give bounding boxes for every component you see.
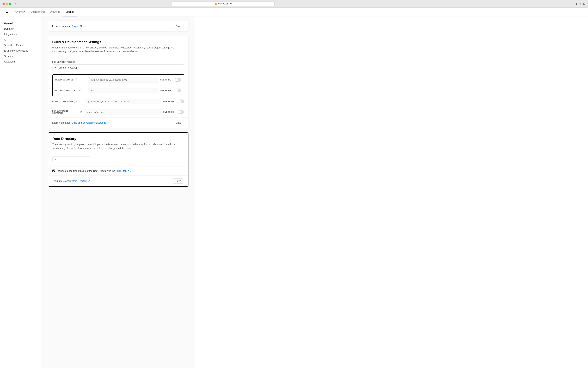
build-toggle-knob <box>175 78 178 81</box>
root-dir-learn-more-text: Learn more about Root Directory ↗ <box>52 180 90 182</box>
install-override-label: OVERRIDE <box>163 100 174 102</box>
address-bar[interactable]: 🔒 vercel.com ↻ <box>172 1 275 6</box>
sidebar-item-domains[interactable]: Domains <box>0 26 41 31</box>
build-learn-more-text: Learn more about Build and Development S… <box>52 121 109 124</box>
root-dir-header: Root Directory The directory within your… <box>48 133 188 166</box>
tab-settings[interactable]: Settings <box>63 8 77 17</box>
external-link-icon: ↗ <box>87 25 89 28</box>
tab-overview[interactable]: Overview <box>13 8 28 17</box>
development-toggle-knob <box>178 110 181 113</box>
development-command-help-icon[interactable]: ? <box>80 111 83 113</box>
sidebar-item-security[interactable]: Security <box>0 54 41 59</box>
top-nav-tabs: Overview Deployments Analytics Settings <box>13 8 77 17</box>
tab-deployments[interactable]: Deployments <box>28 8 48 17</box>
sidebar: General Domains Integrations Git Serverl… <box>0 17 41 368</box>
build-save-button[interactable]: Save <box>173 120 184 125</box>
share-icon[interactable]: ⬆ <box>576 2 578 5</box>
browser-chrome: ‹ › 🔒 vercel.com ↻ ⬆ + ⊞ <box>0 0 588 8</box>
sidebar-item-integrations[interactable]: Integrations <box>0 31 41 37</box>
main-content: Learn more about Project Name ↗ Save Bui… <box>41 17 195 368</box>
react-icon: ✦ <box>54 66 56 69</box>
install-command-label: INSTALL COMMAND ? <box>52 100 83 103</box>
browser-navigation: ‹ › <box>14 1 20 6</box>
url-text: vercel.com <box>218 2 229 5</box>
output-directory-help-icon[interactable]: ? <box>78 89 81 92</box>
install-toggle-knob <box>178 100 181 103</box>
include-source-files-label: Include source files outside of the Root… <box>57 169 131 173</box>
browser-dots <box>3 3 11 5</box>
project-name-link[interactable]: Project Name ↗ <box>72 25 89 28</box>
build-command-row: BUILD COMMAND ? OVERRIDE <box>53 75 184 85</box>
output-override-label: OVERRIDE <box>160 89 171 92</box>
sidebar-item-serverless-functions[interactable]: Serverless Functions <box>0 42 41 48</box>
project-name-card: Learn more about Project Name ↗ Save <box>48 20 188 32</box>
root-dir-title: Root Directory <box>52 137 184 141</box>
build-step-link[interactable]: Build Step ↗ <box>116 169 129 173</box>
minimize-dot[interactable] <box>6 3 8 5</box>
install-command-input[interactable] <box>85 99 161 104</box>
build-command-help-icon[interactable]: ? <box>75 78 77 81</box>
sidebar-item-advanced[interactable]: Advanced <box>0 59 41 64</box>
development-override-label: OVERRIDE <box>163 111 174 113</box>
install-command-row: INSTALL COMMAND ? OVERRIDE <box>48 96 188 107</box>
highlighted-commands-group: BUILD COMMAND ? OVERRIDE OUTPUT DIRECTOR… <box>52 74 184 96</box>
root-dir-checkbox-row: Include source files outside of the Root… <box>48 166 188 175</box>
output-directory-input[interactable] <box>88 88 158 93</box>
root-directory-card: Root Directory The directory within your… <box>48 132 188 187</box>
new-tab-icon[interactable]: + <box>580 2 581 5</box>
build-external-link-icon: ↗ <box>107 121 109 124</box>
root-directory-link[interactable]: Root Directory ↗ <box>72 180 90 182</box>
maximize-dot[interactable] <box>9 3 11 5</box>
install-override-toggle[interactable] <box>178 100 184 103</box>
development-command-label: DEVELOPMENT COMMAND ? <box>52 110 83 114</box>
project-name-save-button[interactable]: Save <box>173 24 184 29</box>
framework-preset-select[interactable]: Create React App <box>52 64 184 71</box>
build-settings-link[interactable]: Build and Development Settings ↗ <box>72 121 109 124</box>
development-command-row: DEVELOPMENT COMMAND ? OVERRIDE <box>48 107 188 117</box>
reload-icon[interactable]: ↻ <box>230 2 232 5</box>
build-card-footer: Learn more about Build and Development S… <box>48 117 188 128</box>
build-override-toggle[interactable] <box>175 78 181 82</box>
sidebar-item-git[interactable]: Git <box>0 37 41 42</box>
forward-button[interactable]: › <box>18 1 20 6</box>
framework-preset-section: FRAMEWORK PRESET ✦ Create React App ⌄ <box>48 61 188 74</box>
build-dev-settings-card: Build & Development Settings When using … <box>48 36 188 128</box>
build-override-label: OVERRIDE <box>160 79 171 81</box>
build-card-header: Build & Development Settings When using … <box>48 36 188 61</box>
build-command-input[interactable] <box>88 77 158 83</box>
install-command-help-icon[interactable]: ? <box>74 100 77 103</box>
root-dir-description: The directory within your project, in wh… <box>52 142 184 150</box>
root-dir-external-link-icon: ↗ <box>88 180 90 182</box>
back-button[interactable]: ‹ <box>14 1 17 6</box>
build-card-description: When using a framework for a new project… <box>52 46 184 54</box>
build-card-title: Build & Development Settings <box>52 40 184 44</box>
logo: ▲ <box>6 10 9 14</box>
development-override-toggle[interactable] <box>178 110 184 114</box>
root-dir-footer: Learn more about Root Directory ↗ Save <box>48 175 188 186</box>
grid-icon[interactable]: ⊞ <box>583 2 585 5</box>
sidebar-item-general[interactable]: General <box>0 20 41 26</box>
toolbar-right: ⬆ + ⊞ <box>576 2 585 5</box>
output-toggle-knob <box>175 89 178 92</box>
chevron-down-icon: ⌄ <box>180 66 182 69</box>
root-dir-input[interactable] <box>52 156 90 162</box>
tab-analytics[interactable]: Analytics <box>48 8 63 17</box>
build-step-external-link-icon: ↗ <box>127 169 129 173</box>
output-directory-label: OUTPUT DIRECTORY ? <box>55 89 86 92</box>
output-override-toggle[interactable] <box>175 89 181 92</box>
project-name-learn-more-text: Learn more about Project Name ↗ <box>52 25 89 28</box>
top-nav: ▲ Overview Deployments Analytics Setting… <box>0 8 588 17</box>
lock-icon: 🔒 <box>215 2 217 5</box>
output-directory-row: OUTPUT DIRECTORY ? OVERRIDE <box>53 85 184 96</box>
layout: General Domains Integrations Git Serverl… <box>0 17 588 368</box>
build-command-label: BUILD COMMAND ? <box>55 78 86 81</box>
close-dot[interactable] <box>3 3 5 5</box>
root-dir-save-button[interactable]: Save <box>173 178 184 184</box>
include-source-files-checkbox[interactable] <box>52 170 55 172</box>
project-name-footer: Learn more about Project Name ↗ Save <box>48 21 188 31</box>
sidebar-item-environment-variables[interactable]: Environment Variables <box>0 48 41 54</box>
framework-preset-label: FRAMEWORK PRESET <box>52 61 184 63</box>
framework-preset-wrapper: ✦ Create React App ⌄ <box>52 64 184 71</box>
development-command-input[interactable] <box>85 109 161 115</box>
